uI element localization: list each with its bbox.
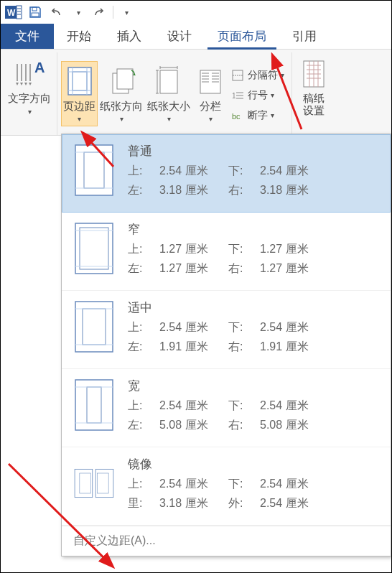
margin-preset-thumb xyxy=(72,298,116,355)
size-label: 纸张大小 xyxy=(147,101,190,113)
svg-rect-2 xyxy=(17,6,22,19)
line-numbers-button[interactable]: 1行号▾ xyxy=(229,86,287,105)
tab-references[interactable]: 引用 xyxy=(279,24,330,49)
margin-preset-values: 上:1.27 厘米下:1.27 厘米左:1.27 厘米右:1.27 厘米 xyxy=(128,242,381,276)
chevron-down-icon: ▾ xyxy=(209,115,213,123)
margin-preset-values: 上:2.54 厘米下:2.54 厘米里:3.18 厘米外:2.54 厘米 xyxy=(128,477,381,511)
svg-text:1: 1 xyxy=(232,92,236,100)
margin-preset-info: 宽上:2.54 厘米下:2.54 厘米左:5.08 厘米右:5.08 厘米 xyxy=(128,376,381,434)
svg-text:bc: bc xyxy=(232,112,241,121)
line-numbers-label: 行号 xyxy=(248,89,268,102)
quick-access-toolbar: W ▾ ▾ xyxy=(1,1,391,24)
ribbon-tabs: 文件 开始 插入 设计 页面布局 引用 xyxy=(1,24,391,50)
margin-preset-info: 镜像上:2.54 厘米下:2.54 厘米里:3.18 厘米外:2.54 厘米 xyxy=(128,455,381,512)
svg-rect-51 xyxy=(75,469,93,497)
margin-preset-values: 上:2.54 厘米下:2.54 厘米左:3.18 厘米右:3.18 厘米 xyxy=(128,164,381,198)
chevron-down-icon: ▾ xyxy=(167,115,171,123)
tab-page-layout[interactable]: 页面布局 xyxy=(205,24,279,49)
margin-preset-name: 普通 xyxy=(128,143,381,159)
manuscript-button[interactable]: 稿纸 设置 xyxy=(297,54,331,119)
margin-preset-mirror[interactable]: 镜像上:2.54 厘米下:2.54 厘米里:3.18 厘米外:2.54 厘米 xyxy=(62,447,391,526)
svg-text:W: W xyxy=(7,8,16,18)
margin-preset-info: 窄上:1.27 厘米下:1.27 厘米左:1.27 厘米右:1.27 厘米 xyxy=(128,220,381,277)
undo-more-caret[interactable]: ▾ xyxy=(68,4,88,21)
margin-preset-wide[interactable]: 宽上:2.54 厘米下:2.54 厘米左:5.08 厘米右:5.08 厘米 xyxy=(62,369,391,447)
breaks-button[interactable]: 分隔符▾ xyxy=(229,66,287,85)
margin-preset-values: 上:2.54 厘米下:2.54 厘米左:1.91 厘米右:1.91 厘米 xyxy=(128,320,381,355)
margin-preset-name: 宽 xyxy=(128,378,381,394)
tab-file[interactable]: 文件 xyxy=(1,24,54,49)
svg-rect-17 xyxy=(160,70,177,93)
qat-separator xyxy=(113,6,113,19)
margin-preset-moderate[interactable]: 适中上:2.54 厘米下:2.54 厘米左:1.91 厘米右:1.91 厘米 xyxy=(62,291,391,369)
tab-design[interactable]: 设计 xyxy=(154,24,205,49)
tab-home[interactable]: 开始 xyxy=(54,24,104,49)
custom-margins-button[interactable]: 自定义边距(A)... xyxy=(62,526,391,556)
svg-text:A: A xyxy=(34,60,45,75)
margin-preset-info: 普通上:2.54 厘米下:2.54 厘米左:3.18 厘米右:3.18 厘米 xyxy=(128,141,381,199)
chevron-down-icon: ▾ xyxy=(28,108,32,116)
hyphenation-button[interactable]: bc断字▾ xyxy=(229,106,287,125)
hyphenation-label: 断字 xyxy=(248,109,268,122)
margin-preset-narrow[interactable]: 窄上:1.27 厘米下:1.27 厘米左:1.27 厘米右:1.27 厘米 xyxy=(62,213,391,291)
margin-preset-values: 上:2.54 厘米下:2.54 厘米左:5.08 厘米右:5.08 厘米 xyxy=(128,399,381,433)
margin-preset-name: 适中 xyxy=(128,299,381,316)
group-text-direction: A 文字方向 ▾ xyxy=(2,52,57,135)
breaks-label: 分隔符 xyxy=(248,69,278,82)
svg-rect-7 xyxy=(32,13,39,17)
text-direction-button[interactable]: A 文字方向 ▾ xyxy=(6,54,52,118)
ribbon-page-layout: A 文字方向 ▾ 页边距 ▾ 纸张方向 ▾ 纸张大小 ▾ 分栏 ▾ 分隔符▾ 1… xyxy=(1,50,391,136)
qat-customize-caret[interactable]: ▾ xyxy=(116,4,136,21)
margins-label: 页边距 xyxy=(63,101,95,113)
tab-insert[interactable]: 插入 xyxy=(104,24,154,49)
text-direction-label: 文字方向 xyxy=(8,93,51,105)
margin-preset-info: 适中上:2.54 厘米下:2.54 厘米左:1.91 厘米右:1.91 厘米 xyxy=(128,298,381,355)
undo-button[interactable] xyxy=(47,4,67,21)
word-app-icon: W xyxy=(4,4,24,21)
chevron-down-icon: ▾ xyxy=(78,115,81,123)
manuscript-label: 稿纸 设置 xyxy=(303,93,325,116)
margin-preset-thumb xyxy=(72,455,116,512)
chevron-down-icon: ▾ xyxy=(120,115,123,123)
orientation-label: 纸张方向 xyxy=(100,101,143,113)
margins-dropdown-menu: 普通上:2.54 厘米下:2.54 厘米左:3.18 厘米右:3.18 厘米窄上… xyxy=(61,134,391,556)
save-icon[interactable] xyxy=(25,4,45,21)
redo-button[interactable] xyxy=(90,4,110,21)
size-button[interactable]: 纸张大小 ▾ xyxy=(146,62,192,126)
columns-button[interactable]: 分栏 ▾ xyxy=(193,62,228,126)
breaks-column: 分隔符▾ 1行号▾ bc断字▾ xyxy=(229,63,287,125)
svg-rect-53 xyxy=(95,469,113,497)
columns-label: 分栏 xyxy=(200,101,221,113)
svg-rect-16 xyxy=(117,69,133,89)
margin-preset-name: 窄 xyxy=(128,221,381,238)
margin-preset-thumb xyxy=(72,220,116,277)
margin-preset-thumb xyxy=(72,141,116,199)
margin-preset-name: 镜像 xyxy=(128,456,381,472)
group-page-setup: 页边距 ▾ 纸张方向 ▾ 纸张大小 ▾ 分栏 ▾ 分隔符▾ 1行号▾ bc断字▾ xyxy=(57,52,292,135)
margin-preset-thumb xyxy=(72,376,116,434)
orientation-button[interactable]: 纸张方向 ▾ xyxy=(98,62,144,126)
margin-preset-normal[interactable]: 普通上:2.54 厘米下:2.54 厘米左:3.18 厘米右:3.18 厘米 xyxy=(62,134,391,213)
group-manuscript: 稿纸 设置 xyxy=(292,52,335,135)
margins-button[interactable]: 页边距 ▾ xyxy=(62,62,97,126)
